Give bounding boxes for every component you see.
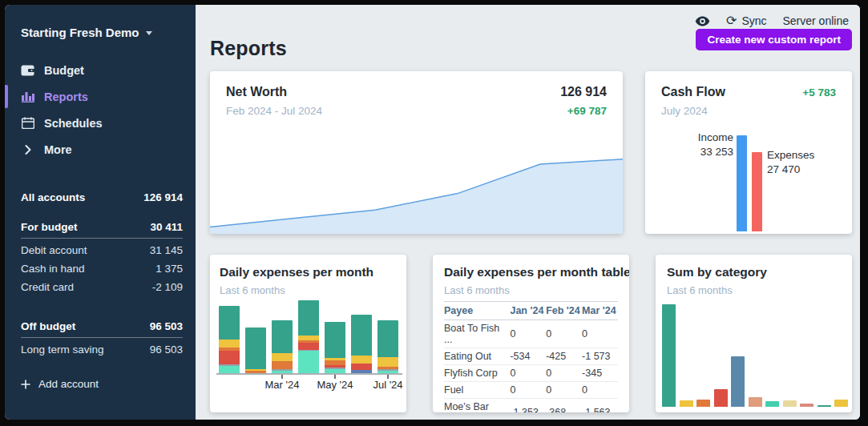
active-accent-bar bbox=[5, 85, 8, 108]
income-bar bbox=[737, 135, 747, 231]
category-bar bbox=[731, 356, 745, 407]
bar-segment bbox=[298, 351, 319, 373]
budget-file-menu[interactable]: Starting Fresh Demo bbox=[5, 5, 196, 52]
cash-flow-header: Cash Flow July 2024 +5 783 bbox=[645, 71, 852, 117]
divider bbox=[21, 337, 183, 338]
sync-button[interactable]: ⟳ Sync bbox=[726, 14, 767, 27]
accounts-list: All accounts 126 914 For budget 30 411 D… bbox=[5, 188, 196, 398]
table-cell: Moe's Bar an... bbox=[444, 399, 510, 413]
bar-segment bbox=[219, 351, 240, 364]
category-bar bbox=[783, 400, 797, 407]
sidebar-item-label: Reports bbox=[44, 90, 88, 103]
table-cell: Fuel bbox=[444, 382, 510, 399]
table-cell: -425 bbox=[546, 348, 582, 365]
bar-segment bbox=[219, 340, 240, 348]
bar-segment bbox=[377, 320, 398, 357]
account-row-long-term-saving[interactable]: Long term saving 96 503 bbox=[5, 340, 196, 359]
card-title: Net Worth bbox=[226, 85, 322, 99]
add-account-button[interactable]: Add account bbox=[5, 370, 196, 398]
expenses-label: Expenses 27 470 bbox=[767, 148, 814, 176]
sidebar-item-more[interactable]: More bbox=[5, 136, 196, 163]
stacked-bar bbox=[219, 306, 240, 373]
create-custom-report-button[interactable]: Create new custom report bbox=[696, 29, 852, 50]
bar-segment bbox=[298, 300, 319, 336]
category-bar bbox=[834, 400, 848, 407]
account-label: Long term saving bbox=[21, 344, 104, 356]
page-header: Reports Create new custom report bbox=[210, 29, 852, 60]
bar-segment bbox=[351, 364, 372, 370]
table-cell: -1 573 bbox=[582, 348, 618, 365]
category-bar bbox=[800, 404, 813, 407]
sync-label: Sync bbox=[741, 14, 766, 27]
sum-by-category-card[interactable]: Sum by category Last 6 months bbox=[656, 255, 852, 412]
sidebar-item-schedules[interactable]: Schedules bbox=[5, 110, 196, 136]
server-status-label: Server online bbox=[783, 14, 850, 27]
account-row-cash[interactable]: Cash in hand 1 375 bbox=[5, 259, 196, 278]
account-label: Debit account bbox=[21, 244, 87, 256]
server-status[interactable]: Server online bbox=[783, 14, 850, 27]
table-row: Eating Out-534-425-1 573 bbox=[444, 348, 618, 365]
cash-flow-card[interactable]: Cash Flow July 2024 +5 783 Income 33 253 bbox=[645, 71, 852, 234]
expenses-table: PayeeJan '24Feb '24Mar '24Boat To Fish .… bbox=[444, 301, 618, 412]
page-title: Reports bbox=[210, 37, 287, 60]
net-worth-card[interactable]: Net Worth Feb 2024 - Jul 2024 126 914 +6… bbox=[210, 71, 623, 234]
table-cell: 0 bbox=[582, 382, 618, 399]
card-subtitle: July 2024 bbox=[661, 105, 725, 117]
bar-segment bbox=[245, 328, 266, 369]
account-group-balance: 96 503 bbox=[150, 320, 183, 332]
for-budget-row[interactable]: For budget 30 411 bbox=[5, 218, 196, 236]
category-bar bbox=[714, 389, 728, 407]
table-row: Flyfish Corp00-345 bbox=[444, 365, 618, 382]
budget-file-name: Starting Fresh Demo bbox=[21, 26, 139, 39]
sidebar: Starting Fresh Demo Budget Reports bbox=[5, 5, 196, 420]
account-balance: 126 914 bbox=[143, 191, 183, 203]
stacked-bar bbox=[298, 300, 319, 373]
account-group-label: For budget bbox=[21, 221, 78, 233]
table-cell: 0 bbox=[546, 320, 582, 348]
divider bbox=[21, 238, 183, 239]
all-accounts-row[interactable]: All accounts 126 914 bbox=[5, 188, 196, 207]
bar-segment bbox=[272, 320, 293, 353]
sidebar-item-reports[interactable]: Reports bbox=[5, 83, 196, 110]
table-cell: 0 bbox=[510, 382, 546, 399]
table-cell: -1 353 bbox=[510, 399, 546, 413]
card-subtitle: Last 6 months bbox=[220, 284, 373, 296]
sum-by-category-bars bbox=[662, 303, 848, 407]
table-cell: Flyfish Corp bbox=[444, 365, 510, 382]
account-row-credit-card[interactable]: Credit card -2 109 bbox=[5, 278, 196, 296]
off-budget-row[interactable]: Off budget 96 503 bbox=[5, 317, 196, 336]
privacy-toggle[interactable] bbox=[695, 16, 710, 26]
account-row-debit[interactable]: Debit account 31 145 bbox=[5, 241, 196, 259]
chevron-right-icon bbox=[21, 143, 34, 156]
expenses-table-wrap: PayeeJan '24Feb '24Mar '24Boat To Fish .… bbox=[433, 296, 629, 412]
daily-expenses-table-card[interactable]: Daily expenses per month table Last 6 mo… bbox=[433, 255, 629, 412]
bar-segment bbox=[325, 322, 345, 358]
app-window: Starting Fresh Demo Budget Reports bbox=[5, 5, 860, 420]
sidebar-item-budget[interactable]: Budget bbox=[5, 57, 196, 83]
net-worth-change: +69 787 bbox=[560, 105, 607, 117]
table-cell: Eating Out bbox=[444, 348, 510, 365]
status-row: ⟳ Sync Server online bbox=[210, 5, 852, 27]
category-bar bbox=[749, 397, 762, 407]
category-bar bbox=[765, 401, 779, 407]
cash-flow-net: +5 783 bbox=[802, 86, 836, 98]
category-bar bbox=[680, 400, 693, 407]
table-cell: 0 bbox=[582, 320, 618, 348]
bar-segment bbox=[219, 306, 240, 340]
table-cell: -345 bbox=[582, 365, 618, 382]
income-label: Income 33 253 bbox=[698, 131, 733, 159]
bar-segment bbox=[219, 366, 240, 373]
sync-icon: ⟳ bbox=[726, 14, 737, 27]
table-row: Moe's Bar an...-1 353-368-1 563 bbox=[444, 399, 618, 413]
daily-expenses-card[interactable]: Daily expenses per month Last 6 months M… bbox=[210, 255, 406, 412]
sidebar-nav: Budget Reports Schedules More bbox=[5, 57, 196, 163]
account-label: Cash in hand bbox=[21, 263, 85, 275]
x-axis-label: Jul '24 bbox=[364, 379, 406, 391]
main-panel: ⟳ Sync Server online Reports Create new … bbox=[196, 5, 860, 420]
table-row: Boat To Fish ...000 bbox=[444, 320, 618, 348]
add-account-label: Add account bbox=[38, 378, 99, 390]
card-title: Cash Flow bbox=[661, 85, 725, 99]
x-axis-label: May '24 bbox=[311, 379, 359, 391]
account-balance: -2 109 bbox=[152, 281, 183, 293]
table-cell: -534 bbox=[510, 348, 546, 365]
